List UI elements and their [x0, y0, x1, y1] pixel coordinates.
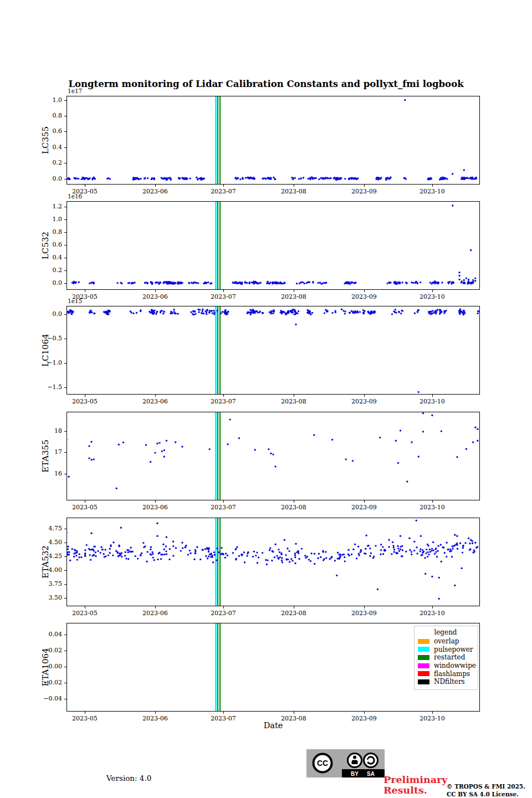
- x-tickmark: [85, 712, 85, 714]
- legend-entry-windowwipe: windowwipe: [418, 662, 473, 670]
- version-text: Version: 4.0: [106, 774, 151, 782]
- x-tick-label: 2023-07: [206, 188, 241, 195]
- pulsepower-swatch-icon: [418, 647, 429, 652]
- x-tickmark: [155, 606, 156, 608]
- x-tick-label: 2023-07: [206, 293, 241, 300]
- x-tickmark: [85, 395, 85, 397]
- x-tickmark: [364, 395, 365, 397]
- y-tick-label: 0.00: [38, 663, 62, 670]
- x-tickmark: [223, 606, 224, 608]
- x-tickmark: [294, 500, 294, 503]
- preliminary-line2: Results.: [383, 785, 447, 796]
- y-axis-label-ETA355: ETA355: [40, 439, 50, 473]
- x-tick-label: 2023-06: [137, 504, 173, 511]
- y-tick-label: −1.0: [38, 360, 62, 366]
- y-tick-label: 0.02: [38, 647, 62, 654]
- x-tickmark: [364, 290, 365, 292]
- copyright-line2: CC BY SA 4.0 License.: [447, 790, 525, 798]
- x-tick-label: 2023-10: [415, 504, 450, 511]
- x-tick-label: 2023-10: [415, 188, 450, 195]
- y-tick-label: 0.0: [38, 176, 62, 182]
- x-tick-label: 2023-07: [206, 610, 241, 617]
- x-tick-label: 2023-08: [276, 293, 311, 300]
- x-tick-label: 2023-09: [346, 188, 382, 195]
- x-tick-label: 2023-09: [346, 504, 382, 511]
- legend-entry-label: NDfilters: [434, 678, 465, 686]
- x-tickmark: [223, 500, 224, 503]
- scatter-points-LC1064: [66, 306, 480, 395]
- y-tick-label: 4.75: [38, 525, 62, 532]
- y-tick-label: 4.00: [38, 567, 62, 574]
- y-tick-label: 0.8: [38, 112, 62, 119]
- axis-offset-label: 1e15: [68, 298, 82, 304]
- overlap-swatch-icon: [418, 639, 429, 644]
- axis-offset-label: 1e17: [68, 88, 82, 94]
- scatter-points-ETA355: [66, 412, 480, 500]
- x-tickmark: [85, 290, 85, 292]
- x-tick-label: 2023-09: [346, 610, 382, 617]
- x-tick-label: 2023-08: [276, 504, 311, 511]
- x-tick-label: 2023-08: [276, 188, 311, 195]
- x-tickmark: [294, 185, 294, 187]
- windowwipe-swatch-icon: [418, 663, 429, 668]
- legend-entry-flashlamps: flashlamps: [418, 669, 473, 678]
- x-tick-label: 2023-05: [67, 610, 103, 617]
- x-tickmark: [85, 606, 85, 608]
- y-tick-label: 0.6: [38, 128, 62, 135]
- scatter-points-LC355: [66, 96, 480, 185]
- x-tickmark: [155, 500, 156, 503]
- by-label: BY: [351, 771, 359, 777]
- y-tick-label: 17: [38, 449, 62, 456]
- scatter-points-ETA532: [66, 518, 480, 606]
- x-tickmark: [364, 712, 365, 714]
- y-tick-label: 18: [38, 428, 62, 434]
- copyright-text: © TROPOS & FMI 2025. CC BY SA 4.0 Licens…: [447, 782, 525, 798]
- legend-entry-label: restarted: [434, 653, 465, 661]
- x-tickmark: [294, 395, 294, 397]
- x-tick-label: 2023-05: [67, 504, 103, 511]
- x-tickmark: [364, 606, 365, 608]
- x-tick-label: 2023-07: [206, 504, 241, 511]
- x-tickmark: [432, 395, 433, 397]
- x-tickmark: [155, 290, 156, 292]
- y-tick-label: 0.6: [38, 242, 62, 248]
- y-tick-label: 0.0: [38, 311, 62, 318]
- restarted-swatch-icon: [418, 655, 429, 660]
- x-tickmark: [85, 500, 85, 503]
- y-tick-label: 3.75: [38, 581, 62, 587]
- x-tick-label: 2023-06: [137, 398, 173, 405]
- legend-entry-label: windowwipe: [434, 662, 476, 669]
- x-tick-label: 2023-10: [415, 293, 450, 300]
- legend: legendoverlappulsepowerrestartedwindowwi…: [414, 626, 478, 690]
- y-tick-label: 0.2: [38, 160, 62, 166]
- y-tick-label: 3.50: [38, 595, 62, 601]
- y-tick-label: 0.2: [38, 267, 62, 274]
- x-tickmark: [294, 290, 294, 292]
- x-tickmark: [223, 290, 224, 292]
- x-tick-label: 2023-08: [276, 398, 311, 405]
- x-tickmark: [432, 500, 433, 503]
- y-tick-label: 0.0: [38, 280, 62, 287]
- x-tickmark: [155, 712, 156, 714]
- legend-entry-restarted: restarted: [418, 653, 473, 662]
- legend-entry-pulsepower: pulsepower: [418, 646, 473, 654]
- cc-icon: CC: [317, 759, 328, 768]
- y-tick-label: 16: [38, 470, 62, 477]
- cc-by-sa-badge-icon: CC BY SA: [306, 749, 385, 777]
- x-tick-label: 2023-08: [276, 610, 311, 617]
- y-tick-label: 1.0: [38, 216, 62, 223]
- x-tickmark: [223, 712, 224, 714]
- y-tick-label: 0.4: [38, 254, 62, 261]
- preliminary-line1: Preliminary: [383, 775, 447, 785]
- legend-entry-label: overlap: [434, 637, 459, 645]
- y-tick-label: −0.5: [38, 335, 62, 342]
- x-tick-label: 2023-09: [346, 293, 382, 300]
- y-tick-label: 1.0: [38, 97, 62, 104]
- x-tick-label: 2023-07: [206, 398, 241, 405]
- legend-entry-overlap: overlap: [418, 637, 473, 646]
- x-tickmark: [223, 395, 224, 397]
- y-tick-label: 1.2: [38, 203, 62, 210]
- y-tick-label: 0.4: [38, 144, 62, 151]
- flashlamps-swatch-icon: [418, 671, 429, 676]
- y-tick-label: 0.04: [38, 631, 62, 638]
